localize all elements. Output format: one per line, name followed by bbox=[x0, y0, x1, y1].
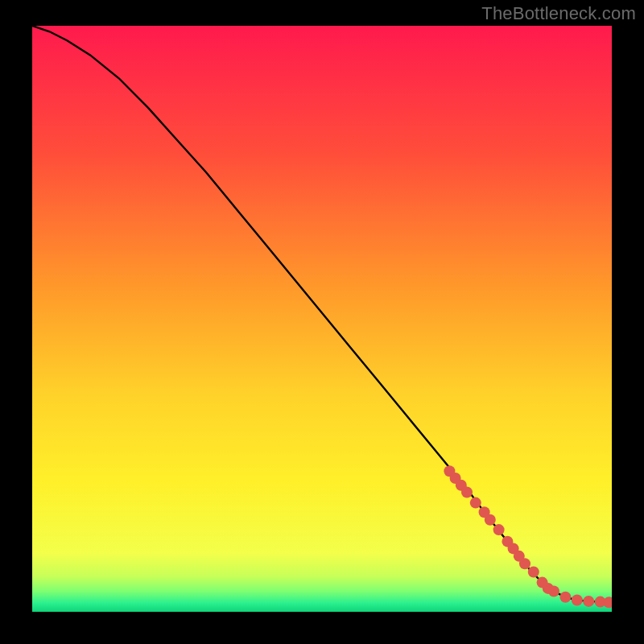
gradient-background bbox=[32, 26, 612, 612]
data-marker bbox=[572, 594, 583, 605]
data-marker bbox=[548, 586, 559, 597]
data-marker bbox=[461, 486, 473, 497]
plot-area bbox=[32, 26, 612, 612]
data-marker bbox=[528, 567, 539, 578]
data-marker bbox=[485, 514, 496, 526]
data-marker bbox=[519, 558, 530, 569]
chart-svg bbox=[32, 26, 612, 612]
data-marker bbox=[493, 524, 505, 535]
chart-stage: TheBottleneck.com bbox=[0, 0, 644, 644]
data-marker bbox=[559, 592, 571, 603]
data-marker bbox=[583, 596, 594, 607]
data-marker bbox=[470, 497, 481, 509]
attribution-label: TheBottleneck.com bbox=[481, 3, 636, 24]
